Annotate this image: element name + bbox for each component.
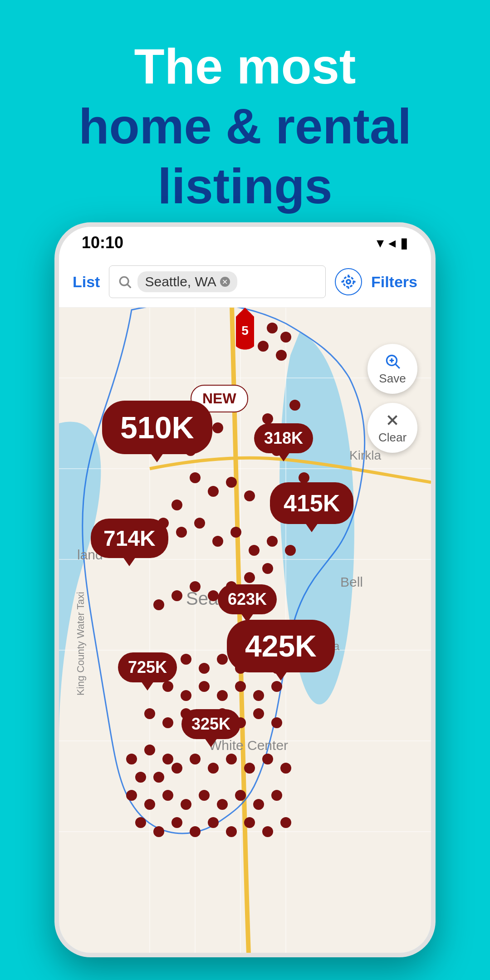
svg-point-94 [135,772,146,783]
clear-button[interactable]: Clear [368,403,417,453]
svg-point-66 [153,599,164,610]
svg-point-98 [208,763,219,774]
svg-point-93 [126,754,137,764]
svg-point-101 [262,754,273,764]
svg-point-82 [271,681,282,692]
status-time: 10:10 [82,233,123,252]
svg-point-102 [280,763,291,774]
svg-point-116 [208,817,219,828]
svg-point-35 [267,323,278,333]
svg-point-120 [280,817,291,828]
svg-point-118 [244,817,255,828]
svg-point-77 [181,690,191,701]
svg-point-56 [230,527,241,538]
price-bubble-325k[interactable]: 325K [181,709,240,739]
svg-point-63 [208,590,219,601]
wifi-icon: ▾ [377,234,384,251]
svg-point-65 [172,590,182,601]
svg-point-115 [190,826,201,837]
svg-point-114 [172,817,182,828]
svg-rect-26 [218,954,245,956]
svg-point-79 [217,690,228,701]
save-search-icon [384,353,401,370]
battery-icon: ▮ [400,234,408,251]
svg-point-92 [162,754,173,764]
svg-point-121 [299,472,309,483]
svg-point-59 [285,545,296,556]
svg-point-104 [144,799,155,810]
search-tag-close[interactable]: ✕ [220,277,230,287]
svg-rect-28 [281,954,309,956]
svg-point-81 [253,690,264,701]
svg-text:5: 5 [241,323,249,338]
svg-point-46 [289,400,300,411]
status-icons: ▾ ◂ ▮ [377,234,408,251]
svg-point-107 [199,790,210,801]
svg-point-50 [244,490,255,501]
save-label: Save [379,372,406,386]
svg-point-47 [190,472,201,483]
search-icon [118,274,132,289]
list-button[interactable]: List [73,273,100,291]
svg-point-89 [253,708,264,719]
svg-point-57 [249,545,260,556]
svg-point-112 [135,817,146,828]
svg-point-106 [181,799,191,810]
svg-text:King County Water Taxi: King County Water Taxi [75,592,86,696]
svg-point-49 [226,477,237,488]
svg-point-54 [194,518,205,529]
price-bubble-714k[interactable]: 714K [91,519,168,558]
svg-point-95 [153,772,164,783]
map-area[interactable]: land Seattle Bell Mercer Isla White Cent… [59,308,431,956]
svg-point-33 [397,955,410,956]
svg-point-103 [126,790,137,801]
price-bubble-725k[interactable]: 725K [118,652,177,682]
svg-point-100 [244,763,255,774]
filters-button[interactable]: Filters [371,273,417,291]
location-icon [341,274,356,289]
search-box[interactable]: Seattle, WA ✕ [109,265,326,298]
search-tag-text: Seattle, WA [145,274,216,289]
svg-point-105 [162,790,173,801]
hero-line3: listings [27,156,463,216]
clear-label: Clear [378,431,407,445]
hero-line1: The most [27,36,463,96]
svg-point-80 [235,681,246,692]
save-button[interactable]: Save [368,344,417,394]
svg-point-111 [271,790,282,801]
svg-point-37 [258,341,269,352]
phone-mockup: 10:10 ▾ ◂ ▮ List Seattle, WA ✕ [54,222,436,957]
svg-point-41 [212,422,223,433]
svg-point-38 [276,350,287,361]
svg-point-99 [226,754,237,764]
price-bubble-510k[interactable]: 510K [102,401,212,454]
signal-icon: ◂ [388,234,396,251]
location-button[interactable] [335,268,362,295]
svg-text:Kirkla: Kirkla [349,448,381,462]
svg-point-0 [120,277,129,285]
svg-point-55 [212,536,223,547]
svg-point-109 [235,790,246,801]
svg-point-91 [144,745,155,755]
price-bubble-318k[interactable]: 318K [254,423,313,453]
svg-text:Bell: Bell [340,574,363,589]
svg-point-61 [244,572,255,583]
svg-point-108 [217,799,228,810]
price-bubble-425k[interactable]: 425K [227,620,335,672]
svg-point-32 [391,955,416,956]
svg-point-97 [190,754,201,764]
phone-frame: 10:10 ▾ ◂ ▮ List Seattle, WA ✕ [54,222,436,957]
search-bar: List Seattle, WA ✕ [59,259,431,308]
svg-point-2 [347,280,351,284]
svg-point-43 [262,413,273,424]
price-bubble-415k[interactable]: 415K [270,482,353,524]
svg-point-51 [172,500,182,510]
clear-icon [384,412,401,429]
svg-point-83 [144,708,155,719]
price-bubble-623k[interactable]: 623K [218,584,277,614]
svg-point-110 [253,799,264,810]
svg-point-60 [262,563,273,574]
svg-point-48 [208,486,219,497]
svg-point-53 [176,527,187,538]
svg-point-78 [199,681,210,692]
